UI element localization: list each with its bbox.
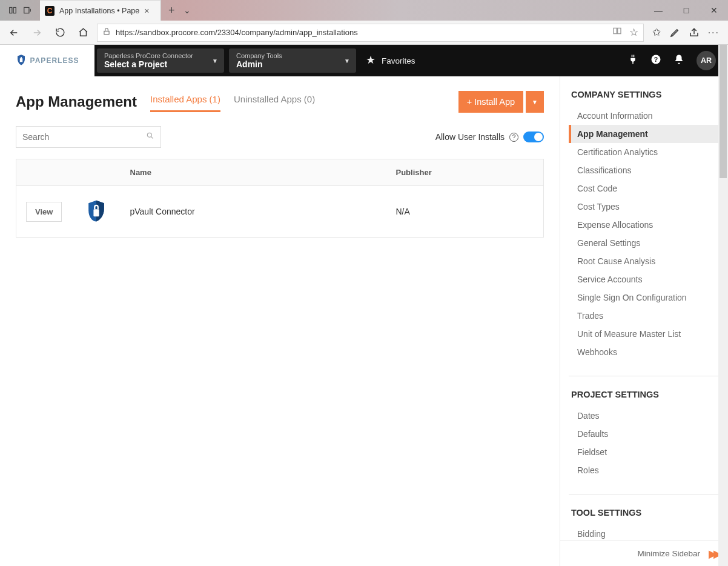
content-tabs: Installed Apps (1) Uninstalled Apps (0) <box>150 92 315 112</box>
bell-icon[interactable] <box>673 54 684 68</box>
reading-view-icon[interactable] <box>612 26 622 39</box>
svg-rect-1 <box>13 7 16 13</box>
sidebar-item[interactable]: Account Information <box>569 107 720 125</box>
tab-installed-apps[interactable]: Installed Apps (1) <box>150 92 220 112</box>
avatar-initials: AR <box>701 56 712 65</box>
main-content: App Management Installed Apps (1) Uninst… <box>0 76 560 566</box>
sidebar-item[interactable]: Cost Code <box>569 179 720 198</box>
sidebar-item[interactable]: Certification Analytics <box>569 143 720 161</box>
settings-sidebar: COMPANY SETTINGS Account InformationApp … <box>560 76 728 566</box>
close-tab-icon[interactable]: × <box>144 6 149 16</box>
sidebar-item[interactable]: General Settings <box>569 234 720 252</box>
tab-title: App Installations • Pape <box>59 7 139 15</box>
sidebar-item[interactable]: Dates <box>569 407 720 425</box>
col-name: Name <box>121 159 386 186</box>
set-aside-icon[interactable] <box>8 6 17 15</box>
close-window-icon[interactable]: ✕ <box>700 5 728 15</box>
search-box[interactable] <box>16 126 161 148</box>
favorites-list-icon[interactable]: ✩ <box>652 26 661 39</box>
project-selector-value: Select a Project <box>104 59 206 69</box>
tools-selector[interactable]: Company Tools Admin ▼ <box>229 48 356 73</box>
back-icon[interactable] <box>5 24 23 42</box>
window-controls: — □ ✕ <box>644 0 728 21</box>
chevron-down-icon: ▼ <box>212 58 218 64</box>
plug-icon[interactable] <box>627 54 638 68</box>
sidebar-header-project: PROJECT SETTINGS <box>571 390 720 399</box>
avatar[interactable]: AR <box>697 51 716 70</box>
browser-tab-strip: C App Installations • Pape × + ⌄ — □ ✕ <box>0 0 728 21</box>
sidebar-item[interactable]: Unit of Measure Master List <box>569 325 720 343</box>
url-input[interactable] <box>116 28 607 37</box>
sidebar-item[interactable]: Roles <box>569 461 720 479</box>
share-icon[interactable] <box>689 27 700 38</box>
minimize-sidebar[interactable]: Minimize Sidebar ▶▶ <box>560 541 728 566</box>
home-icon[interactable] <box>74 24 92 42</box>
svg-rect-2 <box>24 7 29 13</box>
svg-point-8 <box>147 133 151 137</box>
chevron-down-icon: ▼ <box>532 99 538 105</box>
app-icon <box>82 197 111 226</box>
minimize-sidebar-label: Minimize Sidebar <box>637 549 700 558</box>
svg-rect-3 <box>104 31 109 34</box>
sidebar-item[interactable]: Defaults <box>569 425 720 443</box>
sidebar-item[interactable]: Fieldset <box>569 443 720 461</box>
install-app-button[interactable]: + Install App <box>458 91 523 113</box>
tab-uninstalled-apps[interactable]: Uninstalled Apps (0) <box>234 92 315 112</box>
view-button[interactable]: View <box>26 202 62 222</box>
sidebar-header-company: COMPANY SETTINGS <box>571 90 720 99</box>
cell-name: pVault Connector <box>121 186 386 238</box>
help-icon[interactable]: ? <box>650 54 661 68</box>
svg-rect-9 <box>93 209 99 216</box>
allow-user-installs-label: Allow User Installs <box>435 132 505 142</box>
sidebar-item[interactable]: App Management <box>569 125 720 143</box>
browser-right-icons: ✩ ··· <box>649 26 723 39</box>
tools-selector-value: Admin <box>236 59 338 69</box>
sidebar-item[interactable]: Expense Allocations <box>569 216 720 234</box>
search-icon <box>146 132 154 142</box>
allow-user-installs-toggle[interactable] <box>523 132 544 142</box>
sidebar-item[interactable]: Cost Types <box>569 198 720 216</box>
svg-rect-5 <box>21 57 22 59</box>
sidebar-item[interactable]: Single Sign On Configuration <box>569 288 720 307</box>
favicon: C <box>45 6 55 16</box>
favorite-star-icon[interactable]: ☆ <box>629 26 638 39</box>
project-selector-label: Paperless ProCore Connector <box>104 52 206 59</box>
col-publisher: Publisher <box>386 159 544 186</box>
favorites-label: Favorites <box>382 56 415 65</box>
sidebar-item[interactable]: Webhooks <box>569 343 720 361</box>
svg-rect-0 <box>10 7 12 13</box>
sidebar-item[interactable]: Service Accounts <box>569 270 720 288</box>
sidebar-item[interactable]: Root Cause Analysis <box>569 252 720 270</box>
browser-tab[interactable]: C App Installations • Pape × <box>40 0 161 21</box>
notes-icon[interactable] <box>669 27 680 38</box>
project-selector[interactable]: Paperless ProCore Connector Select a Pro… <box>97 48 224 73</box>
svg-rect-4 <box>19 58 22 62</box>
tab-aside-icons <box>0 0 40 21</box>
tab-chevron-down-icon[interactable]: ⌄ <box>184 5 191 15</box>
forward-icon <box>28 24 46 42</box>
more-icon[interactable]: ··· <box>708 27 720 38</box>
address-bar[interactable]: ☆ <box>97 24 644 42</box>
sidebar-item[interactable]: Trades <box>569 307 720 325</box>
tools-selector-label: Company Tools <box>236 52 338 59</box>
maximize-window-icon[interactable]: □ <box>672 5 700 15</box>
top-right-icons: ? AR <box>615 45 728 76</box>
cell-publisher: N/A <box>386 186 544 238</box>
favorites-nav[interactable]: ★ Favorites <box>359 45 423 76</box>
page-scrollbar[interactable] <box>718 45 728 566</box>
search-input[interactable] <box>22 132 131 142</box>
brand-logo[interactable]: PAPERLESS <box>0 45 94 76</box>
chevron-right-icon: ▶▶ <box>709 547 718 561</box>
sidebar-item[interactable]: Bidding <box>569 525 720 541</box>
brand-text: PAPERLESS <box>30 56 79 65</box>
sidebar-item[interactable]: Classifications <box>569 161 720 179</box>
minimize-window-icon[interactable]: — <box>644 5 672 15</box>
set-aside-icon[interactable] <box>23 6 31 15</box>
lock-icon <box>102 27 111 38</box>
install-app-dropdown[interactable]: ▼ <box>526 91 544 113</box>
app-top-nav: PAPERLESS Paperless ProCore Connector Se… <box>0 45 728 76</box>
refresh-icon[interactable] <box>51 24 69 42</box>
svg-text:?: ? <box>654 55 658 62</box>
new-tab-icon[interactable]: + <box>168 4 175 17</box>
info-icon[interactable]: ? <box>509 133 518 142</box>
